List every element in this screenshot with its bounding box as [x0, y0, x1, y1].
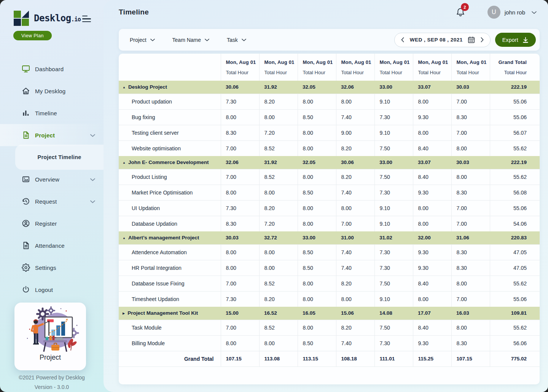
grand-total-cell: 56.06: [490, 335, 540, 351]
hours-cell: 8.40: [413, 320, 451, 335]
hours-cell: 8.20: [259, 94, 298, 109]
hours-cell: 7.00: [221, 140, 259, 156]
hours-cell: 8.00: [336, 291, 374, 307]
hours-cell: 7.00: [221, 276, 259, 291]
hours-cell: 9.30: [413, 185, 451, 200]
task-row: Timesheet Updation7.308.208.008.009.108.…: [119, 291, 540, 307]
document-icon: [22, 241, 30, 250]
hours-cell: 16.03: [451, 307, 490, 320]
page-title: Timeline: [119, 8, 149, 16]
document-icon: [22, 131, 30, 139]
export-label: Export: [502, 37, 518, 43]
sidebar-item-register[interactable]: Register: [0, 212, 104, 234]
hours-cell: 113.08: [259, 351, 298, 367]
next-day-button[interactable]: [480, 37, 484, 43]
grand-total-cell: 47.05: [490, 260, 540, 276]
expand-icon[interactable]: ▶: [123, 312, 125, 315]
hours-cell: 32.06: [336, 81, 374, 94]
project-group-name: ▲Desklog Project: [119, 81, 221, 94]
project-filter-dropdown[interactable]: Project: [130, 37, 155, 43]
project-group-row[interactable]: ▶Project Management Tool Kit15.0016.5216…: [119, 307, 540, 320]
header-empty-cell: [119, 54, 221, 81]
sidebar-item-overview[interactable]: Overview: [0, 168, 104, 190]
hours-cell: 30.03: [451, 81, 490, 94]
day-column-header: Mon, Aug 01Total Hour: [336, 54, 374, 81]
hours-cell: 9.10: [374, 125, 413, 140]
hours-cell: 8.00: [298, 320, 336, 335]
collapse-icon[interactable]: ▲: [123, 86, 126, 89]
team-name-filter-dropdown[interactable]: Team Name: [172, 37, 209, 43]
hours-cell: 8.50: [298, 260, 336, 276]
user-circle-icon: [22, 219, 30, 228]
hours-cell: 30.03: [221, 231, 259, 244]
sidebar-subitem-label: Project Timeline: [38, 154, 81, 160]
hours-cell: 8.20: [336, 140, 374, 156]
day-column-header: Mon, Aug 01Total Hour: [413, 54, 451, 81]
task-name: Timesheet Updation: [119, 291, 221, 307]
hours-cell: 8.00: [259, 260, 298, 276]
sidebar-item-label: Attendance: [35, 242, 65, 249]
hours-cell: 8.00: [413, 94, 451, 109]
hours-cell: 107.15: [221, 351, 259, 367]
dropdown-label: Project: [130, 37, 147, 43]
hours-cell: 32.06: [221, 156, 259, 169]
hours-cell: 7.30: [374, 260, 413, 276]
calendar-icon[interactable]: [468, 36, 475, 43]
task-name: UI Updation: [119, 200, 221, 216]
day-column-header: Mon, Aug 01Total Hour: [298, 54, 336, 81]
collapse-icon[interactable]: ▲: [123, 161, 126, 164]
day-column-header: Mon, Aug 01Total Hour: [374, 54, 413, 81]
sidebar-item-label: Project: [35, 132, 55, 139]
hours-cell: 8.20: [336, 320, 374, 335]
sidebar-collapse-icon[interactable]: [82, 16, 91, 22]
hours-cell: 7.40: [336, 335, 374, 351]
user-menu[interactable]: U john rob: [487, 6, 537, 19]
hours-cell: 15.00: [221, 307, 259, 320]
grand-total-cell: 55.62: [490, 140, 540, 156]
notification-bell-button[interactable]: 2: [456, 7, 465, 18]
home-icon: [22, 87, 30, 95]
sidebar-item-label: Overview: [35, 176, 59, 183]
day-column-header: Mon, Aug 01Total Hour: [259, 54, 298, 81]
sidebar-item-settings[interactable]: Settings: [0, 257, 104, 279]
task-name: Market Price Optimisation: [119, 185, 221, 200]
task-row: Database Updation8.307.208.007.009.108.0…: [119, 216, 540, 231]
sidebar-item-project[interactable]: Project: [0, 124, 104, 146]
collapse-icon[interactable]: ▲: [123, 236, 126, 240]
grand-total-cell: 56.07: [490, 125, 540, 140]
sidebar-item-timeline[interactable]: Timeline: [0, 102, 104, 124]
grand-total-column-header: Grand TotalTotal Hour: [490, 54, 540, 81]
task-name: Database Issue Fixing: [119, 276, 221, 291]
previous-day-button[interactable]: [400, 37, 405, 43]
copyright-text: ©2021 Powered by Desklog: [0, 373, 104, 382]
hours-cell: 30.06: [336, 156, 374, 169]
sidebar-item-dashboard[interactable]: Dashboard: [0, 58, 104, 80]
day-column-header: Mon, Aug 01Total Hour: [451, 54, 490, 81]
task-filter-dropdown[interactable]: Task: [227, 37, 246, 43]
task-row: Billing Module8.008.008.507.407.309.308.…: [119, 335, 540, 351]
project-group-name: ▲Albert’s management Project: [119, 231, 221, 244]
task-row: Website optimisation7.008.528.008.207.50…: [119, 140, 540, 156]
task-row: HR Portal Integration8.008.008.507.407.3…: [119, 260, 540, 276]
day-column-header: Mon, Aug 01Total Hour: [221, 54, 259, 81]
hours-cell: 8.00: [221, 335, 259, 351]
sidebar-subitem-project-timeline[interactable]: Project Timeline: [15, 145, 104, 170]
grand-total-cell: 55.06: [490, 291, 540, 307]
hours-cell: 9.30: [413, 260, 451, 276]
project-group-row[interactable]: ▲John E- Commerce Development32.0631.923…: [119, 156, 540, 169]
task-row: Attendence Automation8.008.008.507.407.3…: [119, 244, 540, 260]
sidebar-item-attendance[interactable]: Attendance: [0, 234, 104, 257]
export-button[interactable]: Export: [495, 33, 536, 47]
hours-cell: 8.20: [336, 276, 374, 291]
project-group-row[interactable]: ▲Desklog Project30.0631.9232.0532.0633.0…: [119, 81, 540, 94]
sidebar-item-label: Request: [35, 198, 57, 205]
project-group-row[interactable]: ▲Albert’s management Project30.0332.7233…: [119, 231, 540, 244]
view-plan-button[interactable]: View Plan: [13, 31, 52, 40]
sidebar-item-my-desklog[interactable]: My Desklog: [0, 80, 104, 102]
sidebar-item-request[interactable]: Request: [0, 190, 104, 212]
task-name: Product Listing: [119, 169, 221, 185]
sidebar-item-logout[interactable]: Logout: [0, 279, 104, 301]
hours-cell: 8.40: [413, 276, 451, 291]
logo-square: [14, 11, 21, 18]
hours-cell: 7.00: [451, 125, 490, 140]
